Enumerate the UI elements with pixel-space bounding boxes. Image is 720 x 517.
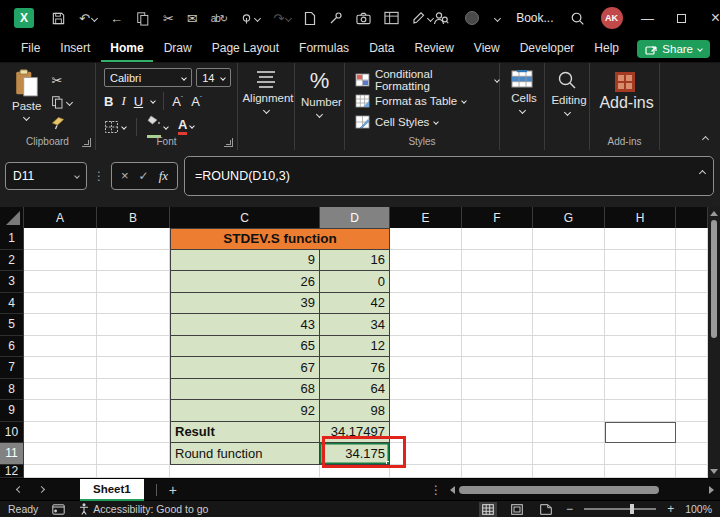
normal-view-icon[interactable] — [479, 502, 497, 517]
cell-F4[interactable] — [462, 293, 533, 315]
cell-H6[interactable] — [605, 336, 676, 358]
cell-G5[interactable] — [533, 314, 605, 336]
cell-B2[interactable] — [97, 250, 170, 272]
row-header-6[interactable]: 6 — [0, 336, 24, 358]
name-box[interactable]: D11 — [5, 162, 87, 190]
cell-C10[interactable]: Result — [170, 422, 320, 444]
cell-C2[interactable]: 9 — [170, 250, 320, 272]
row-header-8[interactable]: 8 — [0, 379, 24, 401]
cell-D11[interactable]: 34.175 — [320, 443, 390, 465]
column-header-B[interactable]: B — [97, 207, 170, 228]
font-dialog-launcher-icon[interactable] — [224, 138, 233, 147]
font-size-select[interactable]: 14 — [196, 68, 231, 87]
format-painter-button[interactable] — [51, 116, 72, 130]
cell-F1[interactable] — [462, 228, 533, 250]
menu-tab-view[interactable]: View — [465, 37, 509, 62]
zoom-level[interactable]: 100% — [685, 503, 712, 515]
row-header-7[interactable]: 7 — [0, 357, 24, 379]
cell-G2[interactable] — [533, 250, 605, 272]
touch-mode-icon[interactable] — [240, 11, 260, 25]
horizontal-scrollbar[interactable] — [450, 483, 714, 497]
row-header-11[interactable]: 11 — [0, 443, 24, 465]
camera-icon[interactable] — [356, 12, 371, 25]
cell-B6[interactable] — [97, 336, 170, 358]
cell-E10[interactable] — [390, 422, 462, 444]
cell-C7[interactable]: 67 — [170, 357, 320, 379]
cell-F7[interactable] — [462, 357, 533, 379]
record-macro-icon[interactable] — [52, 504, 65, 515]
cell-A4[interactable] — [24, 293, 97, 315]
person-search-icon[interactable] — [433, 11, 449, 25]
cell-B11[interactable] — [97, 443, 170, 465]
cell-filler-7[interactable] — [676, 357, 708, 379]
replace-icon[interactable]: ab↻ — [211, 13, 228, 24]
cell-A3[interactable] — [24, 271, 97, 293]
enter-icon[interactable]: ✓ — [139, 169, 149, 183]
email-draft-icon[interactable]: ✉ — [187, 11, 198, 26]
cell-D3[interactable]: 0 — [320, 271, 390, 293]
cells-group-button[interactable]: Cells — [500, 63, 545, 150]
cell-D12[interactable] — [320, 465, 390, 479]
copy-dropdown-icon[interactable] — [66, 98, 73, 105]
undo-icon[interactable]: ↶ — [79, 11, 97, 26]
sheet-options-icon[interactable]: ⋮ — [430, 483, 442, 497]
cell-filler-3[interactable] — [676, 271, 708, 293]
close-button[interactable]: × — [707, 9, 720, 27]
row-header-4[interactable]: 4 — [0, 293, 24, 315]
row-header-1[interactable]: 1 — [0, 228, 24, 250]
copy-button[interactable] — [51, 95, 72, 109]
underline-dropdown-icon[interactable] — [150, 98, 156, 104]
cell-G6[interactable] — [533, 336, 605, 358]
back-arrow-icon[interactable]: ← — [110, 11, 123, 26]
bold-button[interactable]: B — [104, 94, 113, 109]
cell-E12[interactable] — [390, 465, 462, 479]
cell-F5[interactable] — [462, 314, 533, 336]
cell-C8[interactable]: 68 — [170, 379, 320, 401]
sheet-tab-sheet1[interactable]: Sheet1 — [80, 479, 144, 501]
underline-button[interactable]: U — [134, 94, 143, 109]
row-header-3[interactable]: 3 — [0, 271, 24, 293]
cancel-icon[interactable]: × — [121, 168, 129, 183]
cell-H5[interactable] — [605, 314, 676, 336]
row-header-9[interactable]: 9 — [0, 400, 24, 422]
cell-F11[interactable] — [462, 443, 533, 465]
row-header-12[interactable]: 12 — [0, 465, 24, 479]
alignment-group-button[interactable]: Alignment — [238, 63, 295, 150]
vertical-scroll-thumb[interactable] — [711, 220, 717, 338]
page-break-preview-icon[interactable] — [537, 502, 555, 517]
cell-F9[interactable] — [462, 400, 533, 422]
cell-D4[interactable]: 42 — [320, 293, 390, 315]
insert-function-icon[interactable]: fx — [159, 168, 168, 184]
font-color-button[interactable]: A — [178, 118, 194, 135]
page-layout-view-icon[interactable] — [508, 502, 526, 517]
zoom-in-button[interactable]: + — [667, 502, 674, 516]
paste-dropdown-icon[interactable] — [23, 114, 30, 121]
cell-A8[interactable] — [24, 379, 97, 401]
cell-F10[interactable] — [462, 422, 533, 444]
cell-filler-5[interactable] — [676, 314, 708, 336]
cell-H4[interactable] — [605, 293, 676, 315]
cell-B12[interactable] — [97, 465, 170, 479]
expand-formula-bar-icon[interactable] — [699, 169, 706, 176]
cell-A10[interactable] — [24, 422, 97, 444]
cell-A7[interactable] — [24, 357, 97, 379]
cell-G10[interactable] — [533, 422, 605, 444]
ink-pen-icon[interactable] — [412, 11, 433, 25]
cell-E2[interactable] — [390, 250, 462, 272]
cell-G1[interactable] — [533, 228, 605, 250]
cell-D8[interactable]: 64 — [320, 379, 390, 401]
row-header-5[interactable]: 5 — [0, 314, 24, 336]
cell-H11[interactable] — [605, 443, 676, 465]
cell-E5[interactable] — [390, 314, 462, 336]
cell-D2[interactable]: 16 — [320, 250, 390, 272]
number-group-button[interactable]: % Number — [295, 63, 345, 150]
menu-tab-insert[interactable]: Insert — [51, 37, 99, 62]
cell-A11[interactable] — [24, 443, 97, 465]
select-all-button[interactable] — [0, 207, 24, 228]
add-sheet-button[interactable]: + — [169, 482, 177, 498]
menu-tab-review[interactable]: Review — [405, 37, 462, 62]
clipboard-dialog-launcher-icon[interactable] — [82, 138, 91, 147]
vertical-scrollbar[interactable] — [708, 207, 720, 478]
cell-C3[interactable]: 26 — [170, 271, 320, 293]
cell-H7[interactable] — [605, 357, 676, 379]
